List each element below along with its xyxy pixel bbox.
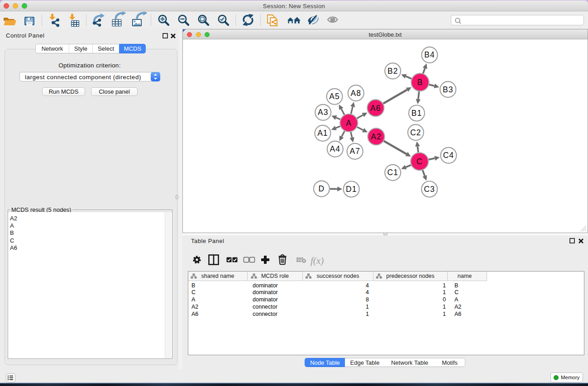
svg-text:A7: A7 [349, 147, 360, 156]
svg-text:A6: A6 [370, 104, 381, 113]
svg-text:C: C [416, 157, 423, 166]
svg-text:A3: A3 [318, 108, 328, 117]
svg-text:D1: D1 [346, 185, 357, 194]
svg-text:B4: B4 [424, 50, 435, 59]
svg-text:B3: B3 [443, 85, 453, 94]
svg-text:A4: A4 [330, 144, 340, 153]
svg-text:C2: C2 [410, 128, 421, 137]
svg-text:B: B [417, 78, 423, 87]
svg-text:A8: A8 [351, 89, 361, 98]
svg-text:C1: C1 [387, 168, 398, 177]
svg-text:C3: C3 [424, 185, 435, 194]
svg-text:A1: A1 [317, 129, 328, 138]
svg-text:A2: A2 [371, 132, 381, 141]
svg-text:f(x): f(x) [311, 255, 324, 266]
svg-text:A5: A5 [329, 92, 339, 101]
svg-text:B1: B1 [411, 109, 422, 118]
svg-text:C4: C4 [443, 151, 454, 160]
svg-text:D: D [319, 184, 325, 193]
svg-text:B2: B2 [387, 67, 398, 76]
svg-text:A: A [346, 119, 352, 128]
